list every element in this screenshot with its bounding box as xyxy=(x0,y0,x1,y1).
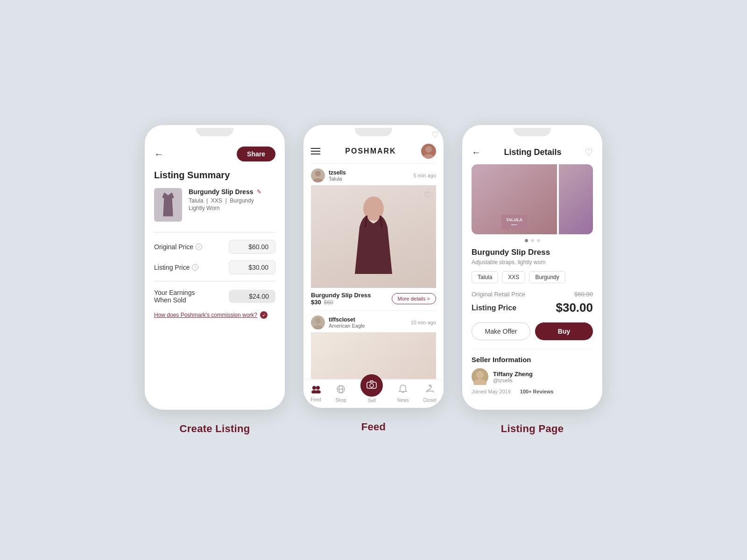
original-price-info-icon[interactable]: i xyxy=(196,244,202,250)
svg-point-8 xyxy=(313,325,323,329)
feed-post-1: tzsells Talula 5 min ago ♡ xyxy=(311,164,436,311)
feed-label: Feed xyxy=(361,421,386,433)
svg-point-0 xyxy=(425,146,432,153)
shop-nav-icon xyxy=(336,385,345,396)
feed-wrapper: POSHMARK xyxy=(303,125,444,433)
nav-sell[interactable]: Sell xyxy=(360,384,383,403)
tag-size[interactable]: XXS xyxy=(502,271,525,283)
more-details-button[interactable]: More details > xyxy=(392,293,436,304)
listing-price-input[interactable]: $30.00 xyxy=(229,260,275,274)
listing-page-phone: ← Listing Details ♡ TALULA━━━ Bur xyxy=(462,125,602,410)
nav-shop-label: Shop xyxy=(336,398,346,403)
svg-point-18 xyxy=(429,385,431,386)
create-listing-header: ← Share xyxy=(154,147,275,161)
screens-row: ← Share Listing Summary Burgundy Slip Dr… xyxy=(145,125,602,435)
feed-price-old-1: $60 xyxy=(324,299,333,306)
seller-reviews: 100+ Reviews xyxy=(520,389,554,394)
feed-product-bottom-1: Burgundy Slip Dress $30 $60 More details… xyxy=(311,288,436,310)
edit-icon[interactable]: ✎ xyxy=(257,189,261,195)
original-price-row: Original Price i $60.00 xyxy=(154,240,275,254)
lp-product-name: Burgundy Slip Dress xyxy=(472,248,593,257)
create-listing-phone: ← Share Listing Summary Burgundy Slip Dr… xyxy=(145,125,285,410)
product-row: Burgundy Slip Dress ✎ Talula | XXS | Bur… xyxy=(154,188,275,222)
feed-phone: POSHMARK xyxy=(303,125,444,408)
product-condition: Lightly Worn xyxy=(189,205,275,211)
feed-nav-icon xyxy=(311,385,321,396)
listing-price-row: Listing Price i $30.00 xyxy=(154,260,275,274)
feed-post-1-header: tzsells Talula 5 min ago xyxy=(311,164,436,185)
create-listing-wrapper: ← Share Listing Summary Burgundy Slip Dr… xyxy=(145,125,285,435)
listing-images: TALULA━━━ xyxy=(472,164,593,234)
listing-main-image: TALULA━━━ xyxy=(472,164,557,234)
tag-color[interactable]: Burgundy xyxy=(529,271,565,283)
feed-heart-icon-1[interactable]: ♡ xyxy=(424,190,431,200)
feed-product-image-1: ♡ xyxy=(311,185,436,288)
lp-price-section: Original Retail Price $60.00 Listing Pri… xyxy=(472,291,593,315)
lp-back-arrow-icon[interactable]: ← xyxy=(472,147,481,158)
listing-summary-title: Listing Summary xyxy=(154,170,275,181)
feed-user-row-1[interactable]: tzsells Talula xyxy=(311,168,346,182)
earnings-label: Your EarningsWhen Sold xyxy=(154,289,195,304)
lp-listing-price-value: $30.00 xyxy=(556,301,593,315)
listing-price-info-icon[interactable]: i xyxy=(192,264,198,271)
divider xyxy=(154,232,275,232)
divider-2 xyxy=(154,281,275,281)
feed-time-2: 10 min ago xyxy=(411,320,436,325)
tag-brand[interactable]: Talula xyxy=(472,271,498,283)
product-meta: Talula | XXS | Burgundy xyxy=(189,197,275,204)
header-avatar[interactable] xyxy=(421,144,436,159)
feed-username-2: tiffscloset xyxy=(329,316,365,323)
lp-original-price-row: Original Retail Price $60.00 xyxy=(472,291,593,298)
buy-button[interactable]: Buy xyxy=(535,322,593,340)
lp-tags: Talula XXS Burgundy xyxy=(472,271,593,283)
lp-listing-price-row: Listing Price $30.00 xyxy=(472,301,593,315)
product-image xyxy=(154,188,182,222)
feed-store-1: Talula xyxy=(329,176,346,182)
earnings-value: $24.00 xyxy=(229,290,275,303)
lp-product-desc: Adjustable straps, lightly worn xyxy=(472,259,593,266)
hanger-nav-icon xyxy=(425,385,435,396)
dot-1 xyxy=(525,239,528,242)
svg-point-17 xyxy=(370,384,374,387)
hamburger-menu-icon[interactable] xyxy=(311,148,320,154)
original-price-input[interactable]: $60.00 xyxy=(229,240,275,254)
feed-user-row-2[interactable]: tiffscloset American Eagle xyxy=(311,315,365,329)
seller-name: Tiffany Zheng xyxy=(493,371,533,378)
feed-product-image-2: ♡ xyxy=(311,332,436,379)
feed-username-1: tzsells xyxy=(329,169,346,176)
svg-point-7 xyxy=(315,318,321,323)
dot-2 xyxy=(531,239,534,242)
image-dots xyxy=(472,239,593,242)
nav-news[interactable]: News xyxy=(397,385,409,403)
seller-avatar xyxy=(472,368,488,385)
share-button[interactable]: Share xyxy=(237,147,275,161)
nav-sell-circle[interactable] xyxy=(360,374,383,397)
feed-time-1: 5 min ago xyxy=(414,173,436,178)
feed-price-row-1: $30 $60 xyxy=(311,299,371,306)
commission-link[interactable]: How does Poshmark's commission work? ✓ xyxy=(154,311,275,319)
nav-sell-label: Sell xyxy=(368,398,376,403)
dot-3 xyxy=(537,239,540,242)
feed-user-avatar-1 xyxy=(311,168,325,182)
feed-user-avatar-2 xyxy=(311,315,325,329)
svg-point-22 xyxy=(473,379,486,385)
create-listing-label: Create Listing xyxy=(180,423,250,435)
check-circle-icon: ✓ xyxy=(260,311,268,319)
poshmark-logo: POSHMARK xyxy=(345,147,396,155)
seller-handle: @tzsells xyxy=(493,378,533,383)
seller-joined: Joined May 2019 xyxy=(472,389,511,394)
lp-heart-icon[interactable]: ♡ xyxy=(585,147,593,158)
listing-side-image xyxy=(559,164,593,234)
lp-original-price-label: Original Retail Price xyxy=(472,291,525,298)
feed-store-2: American Eagle xyxy=(329,323,365,329)
back-arrow-icon[interactable]: ← xyxy=(154,149,163,160)
make-offer-button[interactable]: Make Offer xyxy=(472,322,530,340)
feed-screen: POSHMARK xyxy=(303,139,444,379)
nav-closet[interactable]: Closet xyxy=(423,385,436,403)
nav-feed[interactable]: Feed xyxy=(310,385,321,402)
lp-original-price-value: $60.00 xyxy=(574,291,593,298)
nav-shop[interactable]: Shop xyxy=(336,385,346,403)
feed-post-2-header: tiffscloset American Eagle 10 min ago xyxy=(311,311,436,332)
product-info: Burgundy Slip Dress ✎ Talula | XXS | Bur… xyxy=(189,188,275,211)
feed-header: POSHMARK xyxy=(311,139,436,164)
